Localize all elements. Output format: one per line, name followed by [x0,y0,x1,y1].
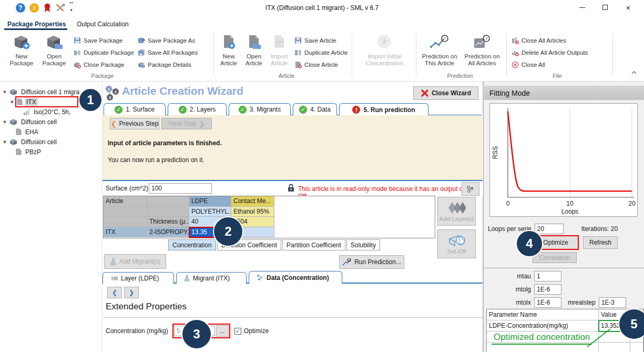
save-package-button[interactable]: Save Package [74,36,122,45]
open-package-icon [45,33,63,52]
check-icon: ✓ [239,106,247,114]
tree-item-diffusion-cell-3[interactable]: ▼ Diffusion cell [0,137,102,147]
svg-text:1: 1 [108,87,110,92]
new-package-button[interactable]: New Package [6,33,37,73]
tab-step-layers[interactable]: ✓ 2. Layers [168,103,227,115]
duplicate-article-button[interactable]: Duplicate Article [294,48,347,57]
bar-chart-icon [23,109,30,115]
close-button[interactable]: × [617,0,640,15]
tab-output-calculation[interactable]: Output Calculation [74,18,132,31]
open-package-button[interactable]: Open Package [39,33,69,73]
tree-item-eha[interactable]: EHA [0,127,102,137]
table-cell-polymer[interactable]: POLYETHYL... [189,207,231,217]
annotation-circle-1: 1 [79,89,101,111]
mrealstep-input[interactable] [599,297,626,308]
close-all-button[interactable]: Close All [512,60,545,69]
param-row-name[interactable]: LDPE-Concentration(mg/kg) [487,320,599,331]
tab-data-concentration[interactable]: Data (Concentration) [249,271,342,284]
run-prediction-icon [342,258,352,266]
table-cell-thickness-label[interactable]: Thickness (µ... [147,217,189,227]
tab-step-migrants[interactable]: ✓ 3. Migrants [229,103,291,115]
mtau-input[interactable] [534,271,561,281]
mtau-label: mtau [494,273,531,280]
save-package-as-button[interactable]: Save Package As [138,36,195,45]
tab-layer-ldpe[interactable]: Layer (LDPE) [103,272,174,284]
subtab-partition-coefficient[interactable]: Partition Coefficient [282,239,345,250]
correlation-button[interactable]: Correlation [533,252,577,263]
table-cell[interactable] [104,207,147,217]
table-cell-layer-name[interactable]: LDPE [189,196,231,207]
tab-migrant-itx[interactable]: Migrant (ITX) [176,272,247,284]
chevron-down-icon[interactable]: ▼ [2,139,7,145]
set-off-button[interactable]: Set-Off [437,229,476,258]
save-article-button[interactable]: Save Article [294,36,336,45]
tree-item-diffusion-cell-2[interactable]: ▼ Diffusion cell [0,117,102,127]
package-icon [9,118,17,125]
duplicate-package-button[interactable]: Duplicate Package [74,48,134,57]
nav-next-button[interactable]: ❯ [124,287,139,298]
close-icon: × [626,3,631,12]
optimize-checkbox-label: Optimize [244,327,269,335]
table-cell-migrant-name[interactable]: 2-ISOPROPY... [147,227,189,238]
annotation-circle-4: 4 [517,231,542,256]
table-cell[interactable] [104,217,147,227]
set-off-link-button[interactable] [462,182,479,196]
tab-step-data[interactable]: ✓ 4. Data [293,103,337,115]
close-package-button[interactable]: Close Package [74,60,124,69]
new-article-button[interactable]: New Article [217,33,241,73]
file-icon [17,98,23,105]
add-layers-button[interactable]: Add Layer(s) [437,197,476,226]
previous-step-button[interactable]: ❮ Previous Step [110,118,159,129]
collapse-ribbon-icon[interactable] [631,71,637,75]
add-migrants-button[interactable]: Add Migrant(s) [104,254,166,269]
next-step-button[interactable]: Next Step ❯ [161,118,212,129]
mtolg-label: mtolg [494,286,531,293]
subtab-solubility[interactable]: Solubility [346,239,380,250]
minimize-icon [579,7,585,8]
details-icon [138,61,145,68]
subtab-concentration[interactable]: Concentration [168,239,216,250]
minimize-button[interactable] [570,0,594,15]
table-cell-contact-medium[interactable]: Contact Me... [231,196,274,207]
layers-icon [448,201,466,215]
close-all-articles-button[interactable]: Close All Articles [512,36,566,45]
loops-per-serie-input[interactable] [535,224,564,234]
mtolx-input[interactable] [534,297,561,308]
table-cell[interactable] [147,196,189,207]
nav-previous-button[interactable]: ❮ [107,287,122,298]
optimize-checkbox[interactable]: ✓ [234,328,241,335]
package-details-button[interactable]: Package Details [138,60,191,69]
surface-input[interactable] [149,183,212,194]
open-article-button[interactable]: Open Article [242,33,266,73]
chevron-down-icon[interactable]: ▼ [2,89,7,95]
arrow-right-icon: ❯ [199,120,205,128]
surface-row: Surface (cm^2) This article is in read-o… [103,180,483,196]
prediction-all-articles-button[interactable]: ? Prediction on All Articles [462,33,503,73]
browse-button[interactable]: ... [216,325,229,337]
table-cell-simulant[interactable]: Ethanol 95% [231,207,274,217]
package-icon [9,88,17,95]
tab-step-run-prediction[interactable]: ! 5. Run prediction [339,103,428,116]
delete-all-article-outputs-button[interactable]: Delete All Article Outputs [512,48,588,57]
tab-step-surface[interactable]: ✓ 1. Surface [104,103,166,115]
maximize-button[interactable] [594,0,617,15]
mtolg-input[interactable] [534,284,561,295]
chevron-down-icon[interactable]: ▼ [2,119,7,125]
refresh-button[interactable]: Refresh [583,236,618,249]
prediction-this-article-button[interactable]: ? Prediction on This Article [420,33,459,73]
ribbon: New Package Open Package Save Package Du… [0,31,644,82]
close-wizard-button[interactable]: Close Wizard [413,86,478,100]
table-cell[interactable] [147,207,189,217]
save-as-icon [138,37,145,44]
close-article-button[interactable]: Close Article [294,60,338,69]
chevron-down-icon[interactable]: ▼ [9,99,15,105]
table-cell-migrant-code[interactable]: ITX [104,227,147,238]
save-all-packages-button[interactable]: Save All Packages [138,48,198,57]
close-all-icon [512,61,519,68]
close-article-icon [294,61,302,68]
import-article-icon: CSV [272,33,287,52]
run-prediction-button[interactable]: Run Prediction... [339,255,404,269]
tree-item-pbzp[interactable]: PBzP [0,147,102,157]
table-filler [274,196,435,207]
table-cell[interactable]: Article [104,196,147,207]
